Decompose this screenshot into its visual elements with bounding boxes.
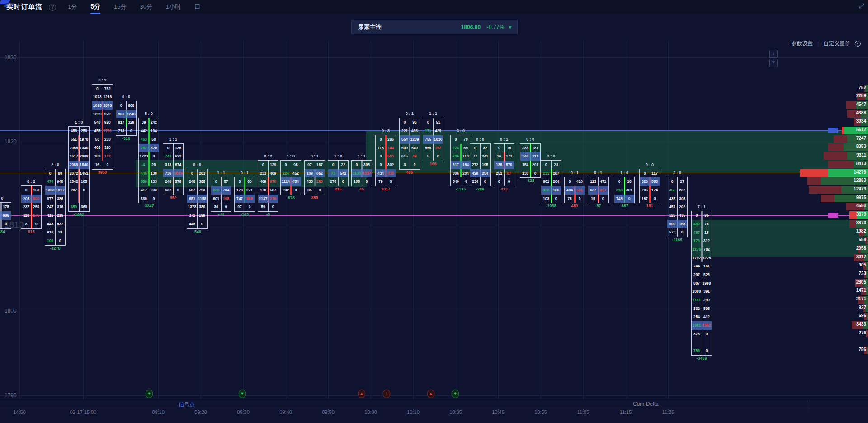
tab-interval-0[interactable]: 1分 — [67, 0, 78, 14]
ask-volume-cell: 129 — [268, 161, 278, 169]
ask-volume-cell: 4 — [461, 177, 471, 186]
candle-delta-footer: -310 — [112, 136, 141, 141]
ask-volume-cell: 168 — [221, 195, 231, 203]
panel-collapse-button[interactable]: › — [769, 50, 778, 58]
collapse-expand-icon[interactable]: ⤢ — [859, 2, 864, 10]
bid-volume-cell: 246 — [163, 177, 173, 186]
custom-volume-button[interactable]: 自定义量价 — [823, 40, 850, 48]
bid-volume-cell: 0 — [451, 135, 461, 144]
bid-volume-cell: 0 — [281, 161, 291, 169]
ask-volume-cell: 542 — [338, 169, 348, 178]
signal-marker[interactable]: ▲ — [358, 390, 366, 398]
ask-volume-cell: 1225 — [702, 254, 712, 262]
imbalance-count-header: 0 : 1 — [494, 137, 514, 142]
bid-volume-cell: 0 — [692, 211, 702, 220]
bid-volume-cell: 0 — [235, 177, 245, 186]
bid-volume-cell: 252 — [494, 169, 504, 178]
ask-volume-cell: 1019 — [173, 169, 183, 178]
candle-delta-footer: 380 — [300, 195, 329, 200]
bid-volume-cell: 15 — [588, 195, 598, 203]
bid-volume-cell: 8 — [21, 220, 31, 228]
volume-value: 8413 — [856, 161, 866, 166]
imbalance-count-header: 3 : 0 — [450, 128, 471, 133]
volume-value: 4550 — [856, 203, 866, 208]
bid-volume-cell: 138 — [494, 161, 504, 169]
ask-volume-cell: 250 — [31, 203, 41, 211]
bid-volume-cell: 234 — [470, 177, 480, 186]
ask-volume-cell: 110 — [461, 152, 471, 161]
tab-interval-1[interactable]: 5分 — [90, 0, 101, 14]
bid-volume-cell: 346 — [520, 152, 530, 161]
imbalance-count-header: : 0 — [0, 196, 11, 200]
bid-volume-cell: 1209 — [92, 110, 103, 119]
bid-volume-cell: 272 — [470, 161, 480, 169]
signal-pane-label[interactable]: 信号点 — [179, 401, 195, 409]
tab-interval-4[interactable]: 1小时 — [165, 0, 182, 14]
help-icon[interactable]: ? — [49, 4, 56, 11]
bid-volume-cell: 443 — [45, 220, 55, 228]
tab-interval-5[interactable]: 日 — [193, 0, 201, 14]
ask-volume-cell: 237 — [677, 186, 687, 195]
ask-volume-cell: 199 — [197, 211, 207, 220]
time-gridline — [158, 41, 159, 400]
signal-marker[interactable]: ▼ — [239, 390, 246, 398]
candle-delta-footer: 166 — [419, 162, 448, 166]
ask-volume-cell: 122 — [103, 152, 113, 161]
signal-marker[interactable]: ↑ — [383, 390, 391, 398]
volume-value: 14279 — [854, 170, 866, 175]
ask-volume-cell: 1552 — [702, 321, 712, 330]
signal-marker[interactable]: ◈ — [452, 390, 459, 398]
target-circle-icon[interactable] — [855, 41, 861, 47]
volume-profile-row: 4547 — [846, 101, 868, 109]
bid-volume-cell: 0 — [667, 177, 677, 186]
bid-volume-cell: 1073 — [92, 93, 103, 101]
tab-interval-3[interactable]: 30分 — [139, 0, 153, 14]
ask-volume-cell: 471 — [598, 177, 608, 186]
bid-volume-cell: 555 — [423, 144, 433, 152]
volume-value: 905 — [859, 262, 866, 267]
signal-marker[interactable]: ▲ — [427, 390, 435, 398]
ask-volume-cell: 88 — [55, 169, 65, 178]
tab-interval-2[interactable]: 15分 — [113, 0, 127, 14]
orderflow-chart-area[interactable]: 1830182018101800179014:5002-17 15:0009:1… — [0, 0, 868, 423]
ask-volume-cell: 1840 — [79, 161, 90, 169]
ask-volume-cell: 1209 — [410, 135, 420, 144]
panel-help-button[interactable]: ? — [769, 59, 778, 67]
ask-volume-cell: 595 — [702, 304, 712, 313]
imbalance-count-header: 1 : 1 — [211, 171, 231, 175]
bid-volume-cell: 1323 — [45, 186, 55, 195]
signal-marker[interactable]: ◈ — [146, 390, 153, 398]
ask-volume-cell: 662 — [315, 169, 325, 178]
bid-volume-cell: 154 — [520, 161, 530, 169]
ask-volume-cell: 588 — [650, 177, 660, 186]
bid-volume-cell: 404 — [565, 186, 575, 195]
volume-value: 756 — [859, 347, 866, 352]
symbol-selector[interactable]: 尿素主连 1806.00 -0.77% ▼ — [351, 20, 518, 34]
bid-volume-cell: 205 — [640, 186, 650, 195]
ask-volume-cell: 204 — [551, 177, 561, 186]
bid-volume-cell: 573 — [667, 228, 677, 237]
time-gridline — [19, 41, 20, 400]
imbalance-count-header: 0 : 0 — [520, 137, 541, 142]
cum-delta-pane-label[interactable]: Cum Delta — [633, 401, 659, 407]
imbalance-count-header: 2 : 0 — [541, 154, 561, 158]
ask-volume-cell: 305 — [677, 195, 687, 203]
ask-volume-cell: 207 — [598, 186, 608, 195]
page-title: 实时订单流 — [6, 3, 42, 11]
ask-volume-cell: 0 — [126, 127, 136, 135]
imbalance-count-header: 2 : 0 — [667, 171, 688, 175]
ask-volume-cell: 0 — [197, 220, 207, 228]
volume-profile-row: 696 — [847, 313, 868, 320]
ask-volume-cell: 290 — [702, 296, 712, 304]
bid-volume-cell: 6 — [494, 177, 504, 186]
param-settings-button[interactable]: 参数设置 — [791, 40, 813, 48]
ask-volume-cell: 1158 — [197, 195, 207, 203]
bid-volume-cell: 0 — [376, 135, 386, 144]
volume-profile-row: 7247 — [834, 135, 868, 143]
ask-volume-cell: 302 — [386, 161, 396, 169]
volume-value: 9975 — [856, 195, 866, 200]
volume-profile-row: 4550 — [846, 203, 868, 210]
bid-volume-cell: 58 — [92, 135, 103, 144]
bid-volume-cell: 171 — [423, 127, 433, 135]
bid-volume-cell: 178 — [235, 186, 245, 195]
